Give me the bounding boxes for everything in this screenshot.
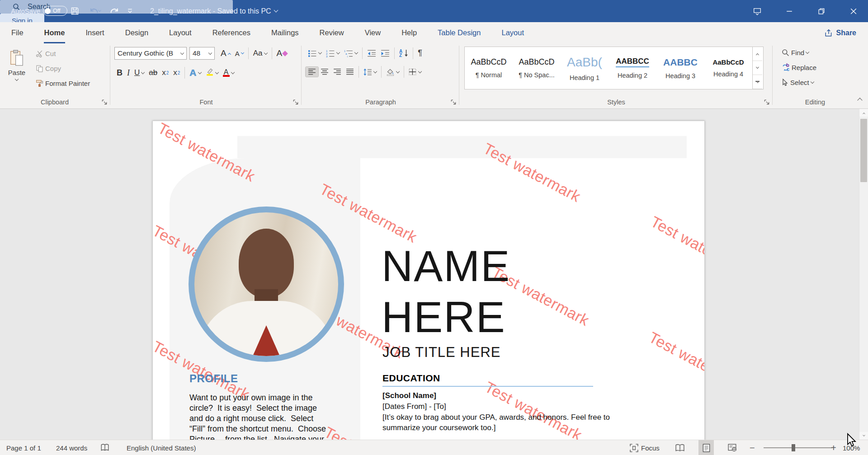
copy-button[interactable]: Copy (33, 63, 92, 74)
text-effects-button[interactable]: A (187, 66, 203, 80)
style-heading4[interactable]: AaBbCcD Heading 4 (704, 47, 752, 89)
style-heading1[interactable]: AaBb( Heading 1 (561, 47, 609, 89)
minimize-button[interactable] (778, 0, 800, 22)
style-normal[interactable]: AaBbCcD ¶ Normal (465, 47, 513, 89)
replace-button[interactable]: b c Replace (779, 62, 819, 73)
zoom-in-button[interactable]: + (831, 440, 836, 455)
align-left-button[interactable] (306, 67, 318, 77)
style-no-spacing[interactable]: AaBbCcD ¶ No Spac... (513, 47, 561, 89)
find-button[interactable]: Find (779, 47, 819, 58)
superscript-button[interactable]: x2 (171, 67, 182, 79)
tab-file[interactable]: File (1, 22, 34, 44)
document-title[interactable]: 2_tiling_watermark - Saved to this PC (150, 0, 278, 22)
close-button[interactable] (843, 0, 864, 22)
share-button[interactable]: Share (825, 26, 856, 40)
decrease-indent-button[interactable] (365, 48, 378, 59)
grow-font-button[interactable]: A (218, 47, 233, 60)
job-title[interactable]: JOB TITLE HERE (382, 344, 501, 361)
tab-references[interactable]: References (202, 22, 261, 44)
styles-scroll-down-button[interactable] (753, 61, 762, 75)
tab-table-design[interactable]: Table Design (427, 22, 491, 44)
profile-paragraph[interactable]: Want to put your own image in the circle… (189, 393, 326, 440)
zoom-out-button[interactable]: − (750, 440, 755, 455)
styles-scroll-up-button[interactable] (753, 47, 762, 61)
multilevel-list-button[interactable]: 1ai (342, 48, 360, 59)
tab-home[interactable]: Home (34, 22, 75, 44)
font-dialog-launcher[interactable] (292, 99, 299, 105)
clear-formatting-button[interactable]: A (274, 47, 290, 60)
zoom-slider-track[interactable] (764, 447, 832, 448)
profile-heading[interactable]: PROFILE (189, 372, 238, 385)
save-button[interactable] (68, 0, 81, 22)
scroll-down-button[interactable] (859, 432, 868, 440)
language-indicator[interactable]: English (United States) (127, 440, 196, 455)
bold-button[interactable]: B (114, 67, 125, 79)
sort-button[interactable]: AZ (397, 48, 410, 59)
scroll-up-button[interactable] (859, 109, 868, 117)
italic-button[interactable]: I (125, 67, 132, 79)
cut-button[interactable]: Cut (33, 48, 92, 59)
styles-gallery-more-button[interactable] (753, 75, 762, 89)
school-name[interactable]: [School Name] (382, 391, 436, 400)
word-count[interactable]: 244 words (56, 440, 87, 455)
style-heading2[interactable]: AABBCC Heading 2 (609, 47, 656, 89)
tab-view[interactable]: View (354, 22, 391, 44)
bullets-button[interactable] (306, 48, 324, 59)
education-heading[interactable]: EDUCATION (382, 373, 440, 384)
customize-quick-access-toolbar-button[interactable] (123, 0, 137, 22)
zoom-slider-thumb[interactable] (792, 444, 795, 451)
read-mode-button[interactable] (672, 440, 688, 455)
proofing-status-button[interactable] (100, 440, 109, 455)
change-case-button[interactable]: Aa (251, 47, 269, 59)
format-painter-button[interactable]: Format Painter (33, 78, 92, 89)
education-dates[interactable]: [Dates From] - [To] (382, 402, 446, 411)
education-blurb-line2[interactable]: summarize your coursework too.] (382, 423, 495, 432)
name-heading[interactable]: NAME HERE (382, 240, 510, 342)
show-formatting-marks-button[interactable]: ¶ (415, 47, 425, 59)
clipboard-dialog-launcher[interactable] (101, 99, 108, 105)
autosave-toggle[interactable]: Off (43, 6, 67, 16)
font-size-combobox[interactable]: 48 (189, 47, 215, 60)
collapse-ribbon-button[interactable] (858, 96, 862, 104)
tab-layout[interactable]: Layout (159, 22, 202, 44)
tab-table-layout[interactable]: Layout (491, 22, 534, 44)
increase-indent-button[interactable] (378, 48, 392, 59)
numbering-button[interactable]: 123 (324, 48, 342, 59)
print-layout-button[interactable] (698, 440, 714, 455)
style-heading3[interactable]: AABBC Heading 3 (656, 47, 704, 89)
borders-button[interactable] (406, 67, 424, 77)
focus-mode-button[interactable]: Focus (630, 440, 660, 455)
align-right-button[interactable] (331, 67, 344, 77)
line-spacing-button[interactable] (361, 67, 379, 77)
underline-button[interactable]: U (132, 67, 146, 79)
select-button[interactable]: Select (779, 77, 819, 88)
font-color-button[interactable]: A (221, 68, 236, 78)
tab-review[interactable]: Review (309, 22, 354, 44)
tab-insert[interactable]: Insert (75, 22, 114, 44)
education-blurb-line1[interactable]: [It’s okay to brag about your GPA, award… (382, 413, 610, 422)
ribbon-display-options-button[interactable] (746, 0, 768, 22)
tab-help[interactable]: Help (391, 22, 427, 44)
redo-button[interactable] (108, 0, 121, 22)
strikethrough-button[interactable]: ab (146, 67, 160, 79)
align-center-button[interactable] (318, 67, 331, 77)
vertical-scrollbar[interactable] (859, 109, 868, 440)
restore-button[interactable] (811, 0, 832, 22)
font-name-combobox[interactable]: Century Gothic (B (114, 47, 187, 60)
text-highlight-button[interactable] (203, 66, 221, 79)
tab-mailings[interactable]: Mailings (261, 22, 309, 44)
shading-button[interactable] (384, 67, 401, 77)
paragraph-dialog-launcher[interactable] (450, 99, 457, 105)
document-page[interactable]: Test watermark Test watermark Test water… (152, 121, 705, 440)
shrink-font-button[interactable]: A (233, 48, 246, 59)
page-indicator[interactable]: Page 1 of 1 (6, 440, 41, 455)
scrollbar-thumb[interactable] (860, 119, 867, 182)
paste-button[interactable]: Paste (4, 46, 30, 96)
tab-design[interactable]: Design (115, 22, 159, 44)
subscript-button[interactable]: x2 (160, 67, 171, 79)
styles-dialog-launcher[interactable] (764, 99, 770, 105)
justify-button[interactable] (344, 67, 356, 77)
profile-photo[interactable] (189, 206, 344, 362)
undo-button[interactable] (85, 0, 105, 22)
web-layout-button[interactable] (725, 440, 740, 455)
